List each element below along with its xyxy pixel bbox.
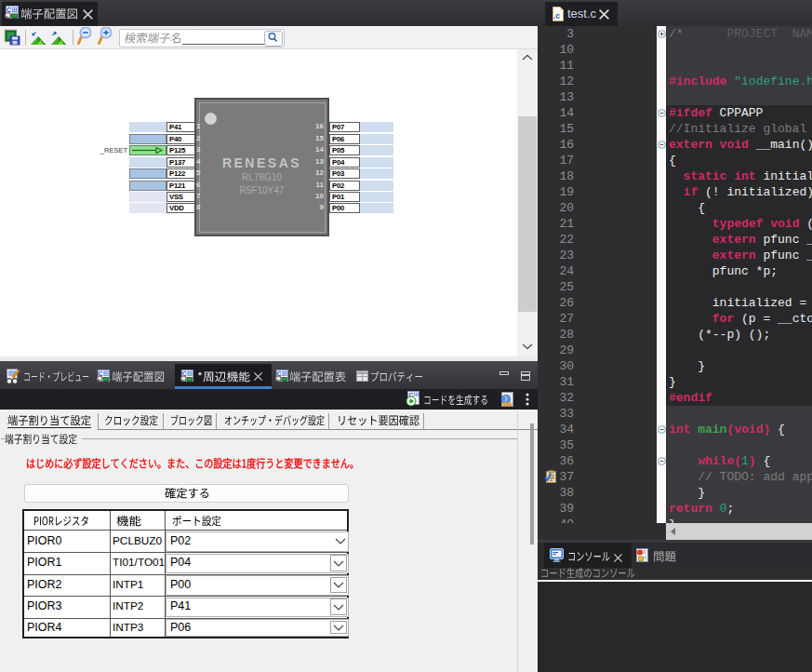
svg-text:.c: .c xyxy=(553,11,560,20)
svg-text:C: C xyxy=(277,370,282,377)
svg-text:C: C xyxy=(99,370,103,377)
svg-text:C: C xyxy=(182,370,187,377)
svg-text:C: C xyxy=(7,7,11,13)
